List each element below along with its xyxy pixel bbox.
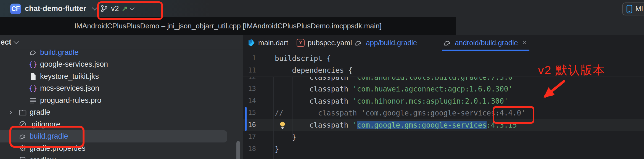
tree-item-gitignore[interactable]: .gitignore — [0, 118, 243, 130]
phone-icon — [626, 5, 633, 14]
outline-file-icon — [18, 156, 27, 159]
tab-label: main.dart — [258, 39, 288, 47]
dart-icon — [247, 39, 255, 47]
code-text: // classpath 'com.google.gms:google-serv… — [275, 109, 526, 117]
tree-item-proguard-rules-pro[interactable]: proguard-rules.pro — [0, 94, 243, 106]
tree-item-label: build.gradle — [30, 132, 68, 141]
line-number: 1 — [243, 52, 256, 64]
code-editor[interactable]: 12 classpath 'com.android.tools.build:gr… — [243, 51, 644, 159]
project-tool-window: ect build.gradle{}google-services.jsonke… — [0, 35, 243, 159]
tab-label: pubspec.yaml — [308, 39, 352, 47]
code-line-15[interactable]: 15// classpath 'com.google.gms:google-se… — [243, 107, 644, 119]
line-number: 14 — [243, 95, 256, 107]
branch-name: v2 — [111, 4, 119, 13]
text-file-icon — [29, 96, 38, 105]
tree-item-label: .gitignore — [30, 120, 60, 129]
tab-android-build-gradle[interactable]: android/build.gradle✕ — [440, 35, 532, 51]
tree-item-mcs-services-json[interactable]: {}mcs-services.json — [0, 82, 243, 95]
code-line-17[interactable]: 17 } — [243, 131, 644, 143]
git-branch-icon — [100, 4, 108, 13]
tree-item-gradlew[interactable]: gradlew — [0, 154, 243, 159]
tab-app-build-gradle[interactable]: app/build.gradle — [349, 35, 407, 51]
gear-icon: ⚙ — [18, 144, 27, 153]
json-braces-icon: {} — [29, 60, 38, 69]
vcs-changed-lines-marker — [245, 107, 247, 131]
ignore-icon — [18, 120, 27, 129]
chevron-down-icon — [130, 5, 135, 10]
bulb-icon — [278, 121, 287, 130]
code-text: classpath 'com.google.gms:google-service… — [275, 121, 521, 129]
code-line-14[interactable]: 14 classpath 'com.hihonor.mcs:asplugin:2… — [243, 95, 644, 107]
yaml-icon: Y — [297, 39, 305, 47]
gradle-icon — [354, 38, 363, 47]
tree-item-label: gradle.properties — [30, 144, 86, 153]
project-badge: CF — [10, 4, 21, 14]
code-line-13[interactable]: 13 classpath 'com.huawei.agconnect:agcp:… — [243, 83, 644, 95]
tree-item-gradle[interactable]: gradle — [0, 106, 243, 118]
gradle-icon — [18, 132, 27, 141]
project-view-dropdown[interactable]: ect — [1, 38, 11, 47]
code-text: } — [275, 145, 279, 153]
code-line-11[interactable]: 11 dependencies { — [243, 64, 644, 77]
project-selector[interactable]: chat-demo-flutter — [25, 0, 86, 17]
project-panel-scrollbar[interactable] — [236, 141, 240, 159]
tree-item-label: proguard-rules.pro — [40, 96, 101, 105]
tree-item-label: keystore_tuikit.jks — [40, 72, 99, 81]
tree-item-google-services-json[interactable]: {}google-services.json — [0, 58, 243, 71]
gradle-icon — [29, 50, 38, 57]
tree-item-build-gradle[interactable]: build.gradle — [0, 130, 243, 142]
tree-item-label: gradle — [30, 108, 50, 117]
tree-item-label: gradlew — [30, 156, 56, 159]
gradle-icon — [443, 38, 452, 47]
line-number: 13 — [243, 83, 256, 95]
android-studio-window: CF chat-demo-flutter v2 ↗ MI 9 IMAndroid… — [0, 0, 644, 159]
tab-label: app/build.gradle — [366, 39, 417, 47]
tree-item-label: google-services.json — [40, 60, 108, 69]
code-line-18[interactable]: 18} — [243, 143, 644, 155]
editor-tab-bar: main.dartYpubspec.yamlapp/build.gradlean… — [243, 35, 644, 51]
code-text: dependencies { — [275, 66, 353, 74]
tab-main-dart[interactable]: main.dart — [243, 35, 292, 51]
chevron-down-icon — [14, 39, 19, 44]
tree-item-keystore-tuikit-jks[interactable]: keystore_tuikit.jks — [0, 70, 243, 82]
main-toolbar: CF chat-demo-flutter v2 ↗ MI 9 — [0, 0, 644, 17]
tree-item-gradle-properties[interactable]: ⚙gradle.properties — [0, 142, 243, 154]
code-text: classpath 'com.hihonor.mcs:asplugin:2.0.… — [275, 97, 508, 105]
tree-item-label: mcs-services.json — [40, 84, 99, 93]
code-text: classpath 'com.huawei.agconnect:agcp:1.6… — [275, 85, 513, 93]
tree-item-label: build.gradle — [40, 50, 79, 57]
line-number: 17 — [243, 131, 256, 143]
line-number: 18 — [243, 143, 256, 155]
outgoing-commits-icon: ↗ — [122, 4, 128, 13]
project-file-tree: build.gradle{}google-services.jsonkeysto… — [0, 50, 243, 159]
code-line-16[interactable]: 16 classpath 'com.google.gms:google-serv… — [243, 119, 644, 131]
tree-item-build-gradle[interactable]: build.gradle — [0, 50, 243, 58]
device-label: MI 9 — [635, 5, 644, 13]
code-text: } — [275, 133, 296, 141]
chevron-down-icon — [92, 5, 97, 10]
sticky-lines-header: 1buildscript {11 dependencies { — [243, 51, 644, 77]
floating-window-titlebar: IMAndroidCPlusPlusDemo – jni_json_objarr… — [0, 17, 456, 35]
file-icon — [29, 72, 38, 81]
editor-header-strip — [456, 17, 644, 35]
folder-icon — [18, 108, 27, 117]
line-number: 11 — [243, 64, 256, 77]
tab-label: android/build.gradle — [455, 39, 518, 47]
chevron-right-icon — [8, 110, 13, 115]
code-text: buildscript { — [275, 54, 331, 63]
vcs-branch-widget[interactable]: v2 ↗ — [100, 0, 134, 17]
json-braces-icon: {} — [29, 84, 38, 93]
project-panel-header[interactable]: ect — [0, 35, 243, 50]
tab-pubspec-yaml[interactable]: Ypubspec.yaml — [292, 35, 349, 51]
close-icon[interactable]: ✕ — [522, 39, 527, 47]
code-line-1[interactable]: 1buildscript { — [243, 52, 644, 64]
run-device-selector[interactable]: MI 9 — [622, 2, 644, 15]
